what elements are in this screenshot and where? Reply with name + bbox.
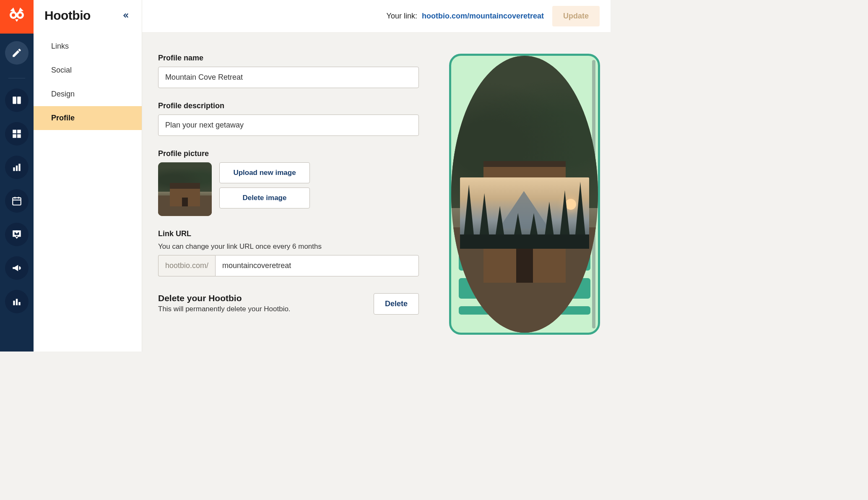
owl-logo[interactable] [0, 0, 34, 34]
rail-megaphone[interactable] [5, 256, 29, 280]
profile-name-input[interactable] [158, 67, 419, 88]
link-url-label: Link URL [158, 229, 419, 238]
delete-image-button[interactable]: Delete image [219, 188, 310, 208]
profile-pic-thumbnail [158, 162, 212, 216]
svg-rect-10 [13, 167, 15, 171]
svg-rect-19 [18, 302, 20, 305]
svg-rect-17 [13, 301, 15, 305]
your-link-url[interactable]: hootbio.com/mountaincoveretreat [422, 12, 544, 20]
svg-rect-13 [13, 198, 21, 205]
brand-title: Hootbio [44, 8, 91, 23]
collapse-sidebar-button[interactable] [121, 10, 131, 21]
svg-rect-5 [17, 96, 21, 104]
profile-form: Profile name Profile description Profile… [142, 33, 436, 352]
svg-rect-7 [17, 130, 21, 133]
icon-rail [0, 0, 34, 352]
rail-grid[interactable] [5, 122, 29, 146]
rail-edit[interactable] [5, 41, 29, 65]
nav-social[interactable]: Social [34, 58, 142, 82]
delete-desc: This will permanently delete your Hootbi… [158, 305, 291, 313]
upload-image-button[interactable]: Upload new image [219, 162, 310, 183]
preview-area: Mountain Cove Retreat Plan your next get… [436, 33, 608, 352]
link-url-prefix: hootbio.com/ [158, 255, 215, 276]
phone-preview: Mountain Cove Retreat Plan your next get… [449, 54, 600, 335]
link-url-hint: You can change your link URL once every … [158, 242, 419, 251]
profile-name-label: Profile name [158, 54, 419, 62]
svg-rect-11 [16, 166, 18, 171]
delete-title: Delete your Hootbio [158, 293, 291, 303]
rail-cards[interactable] [5, 89, 29, 112]
update-button[interactable]: Update [552, 6, 600, 26]
nav-links[interactable]: Links [34, 34, 142, 58]
main: Your link: hootbio.com/mountaincoveretre… [142, 0, 611, 352]
rail-divider [8, 78, 25, 78]
svg-point-3 [18, 13, 22, 17]
your-link-line: Your link: hootbio.com/mountaincoveretre… [387, 12, 544, 21]
svg-rect-6 [13, 130, 16, 133]
profile-desc-input[interactable] [158, 115, 419, 136]
link-url-input[interactable] [215, 255, 419, 276]
svg-rect-18 [16, 299, 18, 305]
delete-hootbio-button[interactable]: Delete [374, 293, 419, 315]
rail-analytics[interactable] [5, 156, 29, 179]
svg-rect-12 [18, 164, 20, 171]
nav-profile[interactable]: Profile [34, 106, 142, 130]
sidebar: Hootbio Links Social Design Profile [34, 0, 142, 352]
nav-design[interactable]: Design [34, 82, 142, 106]
your-link-prefix: Your link: [387, 12, 417, 20]
rail-inbox[interactable] [5, 223, 29, 246]
svg-point-2 [12, 13, 15, 17]
topbar: Your link: hootbio.com/mountaincoveretre… [142, 0, 611, 33]
rail-chart[interactable] [5, 290, 29, 313]
svg-rect-9 [17, 134, 21, 138]
svg-rect-8 [13, 134, 16, 138]
nav-list: Links Social Design Profile [34, 34, 142, 130]
rail-calendar[interactable] [5, 189, 29, 213]
profile-desc-label: Profile description [158, 102, 419, 110]
svg-rect-4 [13, 96, 16, 104]
preview-avatar [501, 68, 548, 116]
profile-pic-label: Profile picture [158, 149, 419, 158]
